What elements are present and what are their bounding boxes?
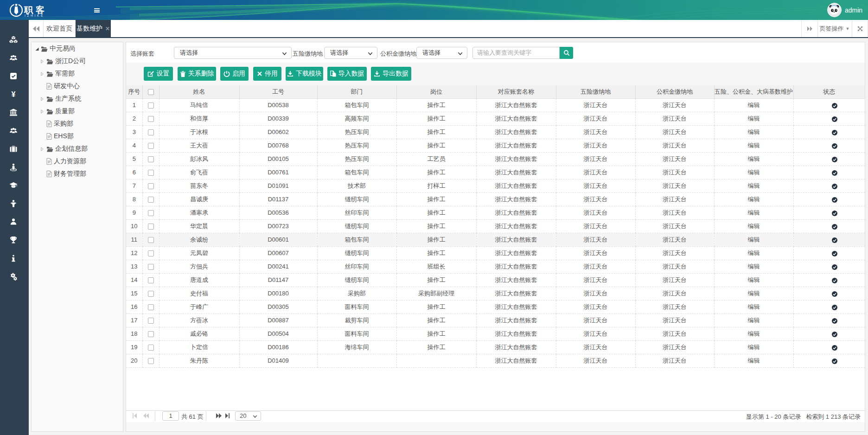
svg-text:¥: ¥ <box>12 90 16 98</box>
